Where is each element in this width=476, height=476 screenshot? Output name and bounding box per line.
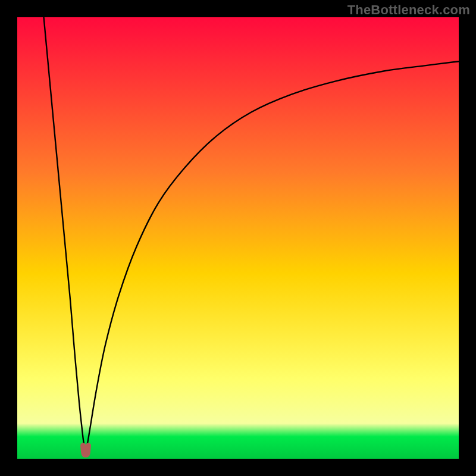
minimum-marker: [83, 446, 89, 455]
gradient-background: [17, 17, 459, 459]
plot-area: [17, 17, 459, 459]
chart-stage: TheBottleneck.com: [0, 0, 476, 476]
watermark-text: TheBottleneck.com: [347, 2, 470, 18]
plot-svg: [17, 17, 459, 459]
